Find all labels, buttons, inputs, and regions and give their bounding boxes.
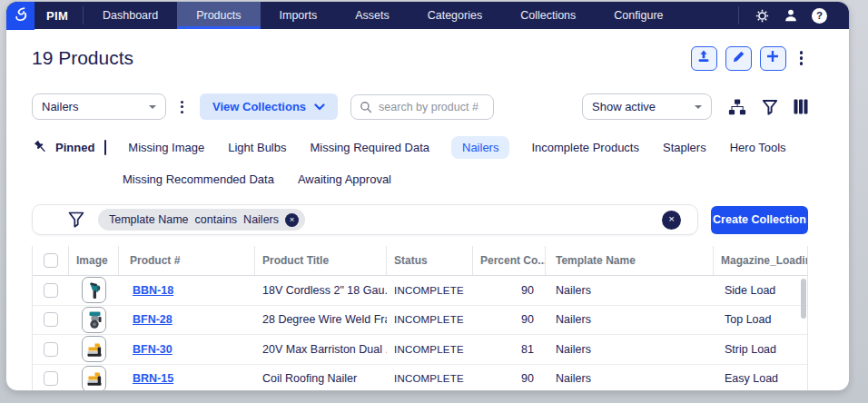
main-content: 19 Products: [6, 44, 849, 390]
pin-incomplete-products[interactable]: Incomplete Products: [529, 136, 641, 159]
column-header-template-name[interactable]: Template Name: [546, 246, 714, 275]
pinned-label: Pinned: [55, 141, 94, 154]
page-title: 19 Products: [32, 47, 133, 69]
top-nav: PIM Dashboard Products Imports Assets Ca…: [6, 2, 849, 29]
nav-item-assets[interactable]: Assets: [336, 2, 409, 29]
status-cell: INCOMPLETE: [387, 314, 473, 325]
table-header-row: Image Product # Product Title Status Per…: [33, 246, 807, 276]
product-link[interactable]: BFN-28: [133, 313, 173, 326]
column-header-product-title[interactable]: Product Title: [255, 246, 387, 275]
percent-complete-cell: 81: [473, 343, 546, 356]
upload-button[interactable]: [691, 46, 717, 71]
product-title-cell: 18V Cordless 2" 18 Gau...: [255, 284, 387, 297]
filter-bar-row: Template Name contains Nailers × × Creat…: [32, 204, 808, 235]
product-thumbnail-yellow-nailer[interactable]: [82, 336, 106, 362]
status-cell: INCOMPLETE: [387, 373, 473, 384]
view-collections-button[interactable]: View Collections: [200, 93, 338, 120]
active-filters-bar: Template Name contains Nailers × ×: [32, 204, 698, 235]
column-header-percent-complete[interactable]: Percent Co...: [473, 246, 546, 275]
row-checkbox[interactable]: [44, 342, 58, 357]
desktop-background: PIM Dashboard Products Imports Assets Ca…: [0, 0, 868, 403]
add-button[interactable]: [760, 46, 786, 71]
settings-gear-icon[interactable]: [755, 8, 770, 24]
template-name-cell: Nailers: [546, 313, 714, 326]
percent-complete-cell: 90: [473, 313, 546, 326]
column-header-status[interactable]: Status: [387, 246, 473, 275]
more-options-button[interactable]: [794, 47, 808, 68]
pin-awaiting-approval[interactable]: Awaiting Approval: [296, 168, 393, 191]
filter-chip-field: Template Name: [109, 213, 189, 226]
nav-item-configure[interactable]: Configure: [595, 2, 682, 29]
row-select-cell: [33, 312, 69, 327]
product-link[interactable]: BRN-15: [133, 372, 173, 385]
product-thumbnail-teal-coil-nailer[interactable]: [82, 307, 106, 333]
pin-hero-tools[interactable]: Hero Tools: [728, 136, 788, 159]
status-filter-select[interactable]: Show active: [582, 93, 712, 120]
nav-item-categories[interactable]: Categories: [409, 2, 501, 29]
select-all-checkbox[interactable]: [44, 253, 58, 268]
nav-item-imports[interactable]: Imports: [261, 2, 337, 29]
column-header-image[interactable]: Image: [69, 246, 119, 275]
row-checkbox[interactable]: [44, 371, 58, 386]
product-thumbnail-yellow-nailer[interactable]: [82, 366, 106, 390]
nav-item-products[interactable]: Products: [177, 2, 260, 29]
column-header-product-number[interactable]: Product #: [119, 246, 255, 275]
magazine-loading-cell: Strip Load: [714, 343, 807, 356]
pin-light-bulbs[interactable]: Light Bulbs: [226, 136, 288, 159]
app-window: PIM Dashboard Products Imports Assets Ca…: [6, 2, 849, 390]
remove-filter-icon[interactable]: ×: [285, 213, 299, 227]
collection-select[interactable]: Nailers: [32, 93, 166, 120]
table-row[interactable]: BBN-18 18V Cordless 2" 18 Gau... INCOMPL…: [33, 276, 807, 306]
row-checkbox[interactable]: [44, 312, 58, 327]
help-icon[interactable]: ?: [812, 8, 827, 24]
chevron-down-icon: [314, 103, 325, 111]
nav-item-dashboard[interactable]: Dashboard: [84, 2, 177, 29]
nav-right-icons: ?: [738, 2, 849, 29]
app-logo[interactable]: [6, 2, 35, 30]
edit-button[interactable]: [725, 46, 752, 71]
collection-select-value: Nailers: [42, 100, 78, 113]
nav-item-collections[interactable]: Collections: [501, 2, 595, 29]
pin-missing-image[interactable]: Missing Image: [126, 136, 206, 159]
pin-missing-recommended-data[interactable]: Missing Recommended Data: [121, 168, 276, 191]
column-header-magazine-loading[interactable]: Magazine_Loading: [714, 246, 807, 275]
pinned-collections-row: Pinned Missing Image Light Bulbs Missing…: [32, 135, 808, 159]
product-thumbnail-teal-brad-nailer[interactable]: [82, 277, 106, 303]
caret-down-icon: [695, 105, 702, 109]
product-link[interactable]: BFN-30: [133, 343, 173, 356]
template-name-cell: Nailers: [546, 372, 714, 385]
filter-chip[interactable]: Template Name contains Nailers ×: [98, 209, 305, 231]
user-account-icon[interactable]: [784, 8, 798, 23]
table-row[interactable]: BFN-28 28 Degree Wire Weld Fra... INCOMP…: [33, 306, 807, 336]
row-image-cell: [69, 336, 119, 362]
pin-staplers[interactable]: Staplers: [661, 136, 708, 159]
collection-more-button[interactable]: [175, 97, 189, 117]
table-row[interactable]: BRN-15 Coil Roofing Nailer INCOMPLETE 90…: [33, 365, 807, 391]
pin-missing-required-data[interactable]: Missing Required Data: [308, 136, 431, 159]
product-link[interactable]: BBN-18: [133, 284, 173, 297]
table-vertical-scrollbar[interactable]: [801, 279, 806, 319]
magazine-loading-cell: Top Load: [714, 313, 807, 326]
filter-chip-operator: contains: [195, 213, 238, 226]
columns-icon[interactable]: [794, 99, 808, 114]
create-collection-button[interactable]: Create Collection: [711, 206, 808, 234]
pinned-divider: [104, 140, 106, 155]
row-image-cell: [69, 366, 119, 390]
pencil-icon: [732, 50, 745, 67]
pin-nailers[interactable]: Nailers: [451, 136, 509, 159]
row-select-cell: [33, 371, 69, 386]
table-toolbar: [728, 99, 808, 115]
pushpin-icon: [32, 139, 49, 156]
nav-divider: [738, 6, 739, 25]
row-checkbox[interactable]: [44, 283, 58, 298]
clear-all-filters-icon[interactable]: ×: [662, 211, 681, 230]
status-filter-value: Show active: [592, 100, 656, 113]
search-input[interactable]: [379, 101, 485, 113]
logo-swirl-icon: [12, 5, 30, 27]
select-all-cell: [33, 246, 69, 275]
filter-funnel-icon[interactable]: [762, 99, 778, 115]
table-row[interactable]: BFN-30 20V Max Barriston Dual ... INCOMP…: [33, 335, 807, 365]
product-title-cell: 28 Degree Wire Weld Fra...: [255, 313, 387, 326]
percent-complete-cell: 90: [473, 284, 546, 297]
hierarchy-icon[interactable]: [728, 99, 746, 115]
